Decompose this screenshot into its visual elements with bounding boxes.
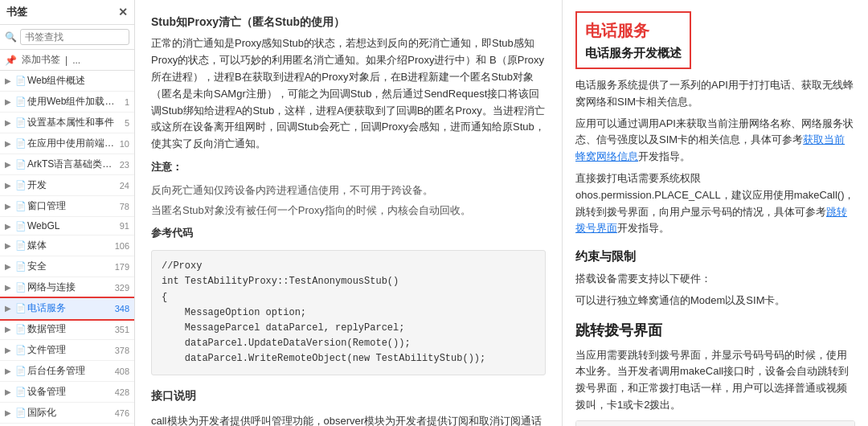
sidebar-item-count: 78 [120, 202, 131, 211]
sidebar-item-count: 106 [115, 241, 131, 251]
constraint-detail: 可以进行独立蜂窝通信的Modem以及SIM卡。 [575, 293, 855, 309]
doc-panel: Stub知Proxy清亡（匿名Stub的使用） 正常的消亡通知是Proxy感知S… [135, 0, 563, 426]
expand-icon: ▶ [5, 262, 13, 271]
toolbar-separator: | [65, 55, 68, 66]
bookmark-icon: 📄 [15, 159, 25, 170]
sidebar-item-dev[interactable]: ▶📄开发24 [0, 175, 134, 196]
expand-icon: ▶ [5, 408, 13, 417]
proxy-section: Stub知Proxy清亡（匿名Stub的使用） 正常的消亡通知是Proxy感知S… [151, 13, 546, 375]
sidebar-item-label: 在应用中使用前端页面JavaSc ript [27, 137, 117, 150]
note-label: 注意： [151, 159, 546, 176]
proxy-para1: 正常的消亡通知是Proxy感知Stub的状态，若想达到反向的死消亡通知，即Stu… [151, 35, 546, 153]
main-content: Stub知Proxy清亡（匿名Stub的使用） 正常的消亡通知是Proxy感知S… [135, 0, 868, 426]
sidebar-item-security[interactable]: ▶📄安全179 [0, 256, 134, 277]
sidebar-item-count: 329 [115, 283, 131, 293]
sidebar-item-device-mgmt[interactable]: ▶📄设备管理428 [0, 382, 134, 403]
sidebar-item-label: 国际化 [27, 406, 113, 420]
sidebar: 书签 ✕ 🔍 📌 添加书签 | ... ▶📄Web组件概述▶📄使用Web组件加载… [0, 0, 135, 426]
jump-para1: 当应用需要跳转到拨号界面，并显示号码号码的时候，使用本业务。当开发者调用make… [575, 347, 855, 414]
constraint-para: 搭载设备需要支持以下硬件： [575, 271, 855, 288]
dialer-link[interactable]: 跳转拨号界面 [575, 206, 847, 235]
sidebar-header: 书签 ✕ [0, 0, 134, 25]
sidebar-item-count: 91 [120, 221, 131, 231]
sidebar-item-label: 电话服务 [27, 301, 113, 315]
bookmark-icon: 📄 [15, 387, 25, 397]
add-bookmark-icon[interactable]: 📌 [5, 55, 17, 66]
sidebar-item-label: 使用Web组件加载页面 [27, 95, 122, 109]
sidebar-item-label: 网络与连接 [27, 281, 113, 294]
sidebar-item-i18n[interactable]: ▶📄国际化476 [0, 403, 134, 424]
interface-section: 接口说明 call模块为开发者提供呼叫管理功能，observer模块为开发者提供… [151, 387, 546, 426]
bookmark-icon: 📄 [15, 366, 25, 376]
sidebar-item-label: 窗口管理 [27, 199, 117, 213]
bookmark-icon: 📄 [15, 303, 25, 313]
bookmark-icon: 📄 [15, 117, 25, 128]
expand-icon: ▶ [5, 283, 13, 292]
bookmark-icon: 📄 [15, 345, 25, 355]
sidebar-item-count: 24 [120, 181, 131, 190]
code-block: //Proxy int TestAbilityProxy::TestAnonym… [151, 250, 546, 375]
expand-icon: ▶ [5, 304, 13, 313]
sidebar-item-count: 378 [115, 346, 131, 355]
sidebar-item-count: 179 [115, 262, 131, 272]
interface-desc: call模块为开发者提供呼叫管理功能，observer模块为开发者提供订阅和取消… [151, 413, 546, 426]
sidebar-item-webgl[interactable]: ▶📄WebGL91 [0, 217, 134, 236]
sidebar-item-label: 安全 [27, 260, 113, 273]
sidebar-item-label: 设备管理 [27, 385, 113, 399]
expand-icon: ▶ [5, 346, 13, 354]
proxy-section-title: Stub知Proxy清亡（匿名Stub的使用） [151, 13, 546, 31]
sidebar-item-count: 23 [120, 160, 131, 170]
right-panel: 电话服务 电话服务开发概述 电话服务系统提供了一系列的API用于打打电话、获取无… [563, 0, 868, 426]
sidebar-item-media[interactable]: ▶📄媒体106 [0, 236, 134, 256]
interface-title: 接口说明 [151, 387, 546, 404]
title-box: 电话服务 电话服务开发概述 [575, 11, 691, 69]
network-link[interactable]: 获取当前蜂窝网络信息 [575, 133, 845, 162]
sidebar-items: ▶📄Web组件概述▶📄使用Web组件加载页面1▶📄设置基本属性和事件5▶📄在应用… [0, 71, 134, 426]
bookmark-icon: 📄 [15, 201, 25, 211]
sidebar-item-label: 媒体 [27, 239, 113, 252]
expand-icon: ▶ [5, 76, 13, 85]
sidebar-item-count: 1 [125, 97, 131, 107]
bookmark-icon: 📄 [15, 240, 25, 251]
bookmark-icon: 📄 [15, 76, 25, 86]
sidebar-item-label: 设置基本属性和事件 [27, 116, 122, 129]
sidebar-item-web-overview[interactable]: ▶📄Web组件概述 [0, 71, 134, 92]
bookmark-icon: 📄 [15, 221, 25, 231]
jump-title: 跳转拨号界面 [575, 319, 855, 342]
sidebar-item-web-load[interactable]: ▶📄使用Web组件加载页面1 [0, 92, 134, 113]
bookmark-icon: 📄 [15, 261, 25, 272]
expand-icon: ▶ [5, 160, 13, 169]
sidebar-item-label: 文件管理 [27, 343, 113, 357]
sidebar-item-in-app-js[interactable]: ▶📄在应用中使用前端页面JavaSc ript10 [0, 133, 134, 154]
expand-icon: ▶ [5, 387, 13, 396]
expand-icon: ▶ [5, 181, 13, 190]
sub-title: 电话服务开发概述 [585, 43, 682, 63]
sidebar-item-label: ArkTS语言基础类库概述 [27, 158, 117, 171]
sidebar-item-window-mgmt[interactable]: ▶📄窗口管理78 [0, 196, 134, 217]
search-bar: 🔍 [0, 25, 134, 50]
close-icon[interactable]: ✕ [118, 6, 128, 18]
bookmark-icon: 📄 [15, 96, 25, 107]
sidebar-item-basic-events[interactable]: ▶📄设置基本属性和事件5 [0, 113, 134, 133]
expand-icon: ▶ [5, 202, 13, 211]
expand-icon: ▶ [5, 118, 13, 127]
intro-para1: 电话服务系统提供了一系列的API用于打打电话、获取无线蜂窝网络和SIM卡相关信息… [575, 77, 855, 111]
sidebar-item-label: 数据管理 [27, 322, 113, 336]
sidebar-item-count: 476 [115, 408, 131, 418]
sidebar-item-count: 351 [115, 325, 131, 334]
sidebar-toolbar: 📌 添加书签 | ... [0, 50, 134, 71]
sidebar-item-label: Web组件概述 [27, 74, 127, 88]
sidebar-item-bg-task[interactable]: ▶📄后台任务管理408 [0, 361, 134, 382]
sidebar-item-file-mgmt[interactable]: ▶📄文件管理378 [0, 340, 134, 361]
sidebar-item-network[interactable]: ▶📄网络与连接329 [0, 277, 134, 298]
sidebar-item-data-mgmt[interactable]: ▶📄数据管理351 [0, 319, 134, 340]
more-options-button[interactable]: ... [72, 55, 80, 66]
sidebar-item-telephony[interactable]: ▶📄电话服务348 [0, 298, 134, 319]
search-input[interactable] [20, 29, 129, 45]
add-bookmark-label[interactable]: 添加书签 [22, 53, 60, 67]
bookmark-icon: 📄 [15, 324, 25, 334]
jump-section: 跳转拨号界面 当应用需要跳转到拨号界面，并显示号码号码的时候，使用本业务。当开发… [575, 319, 855, 426]
bookmark-icon: 📄 [15, 138, 25, 149]
sidebar-item-arkts-overview[interactable]: ▶📄ArkTS语言基础类库概述23 [0, 154, 134, 175]
expand-icon: ▶ [5, 97, 13, 106]
